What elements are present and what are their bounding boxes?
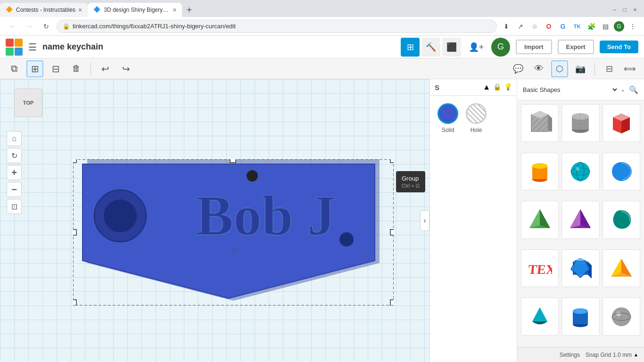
reload-button[interactable]: ↻ <box>40 20 53 33</box>
snap-grid-label: Snap Grid <box>586 352 611 358</box>
minimize-button[interactable]: − <box>611 7 618 13</box>
import-button[interactable]: Import <box>516 40 552 54</box>
tab2-favicon: 🔷 <box>93 6 101 14</box>
eye-button[interactable]: 👁 <box>530 60 547 77</box>
download-icon[interactable]: ⬇ <box>501 21 512 32</box>
tab1-close[interactable]: × <box>78 6 82 14</box>
maximize-button[interactable]: □ <box>621 7 628 13</box>
settings-label[interactable]: Settings <box>560 352 580 358</box>
tab-instructables[interactable]: 🔶 Contests - Instructables × <box>0 3 88 17</box>
shape-box-red[interactable] <box>603 104 640 142</box>
browser-actions: ⬇ ↗ ☆ O G TK 🧩 ▤ G ⋮ <box>501 21 638 32</box>
shape-cylinder-gray[interactable] <box>561 104 599 142</box>
duplicate-button[interactable]: ⧉ <box>6 60 23 77</box>
mirror-button[interactable]: ⟺ <box>621 60 638 77</box>
shape-text-red[interactable]: TEXT <box>521 249 559 287</box>
profile-icon[interactable]: G <box>614 21 624 32</box>
toolbar-right: 💬 👁 ⬡ 📷 ⊟ ⟺ <box>510 60 638 77</box>
rotate-camera-button[interactable]: ↻ <box>7 148 22 163</box>
svg-rect-10 <box>73 159 76 163</box>
camera-button[interactable]: ⬡ <box>551 60 568 77</box>
shape-sphere-teal[interactable] <box>561 153 599 190</box>
align-button[interactable]: ⊟ <box>601 60 618 77</box>
simulation-button[interactable]: ⬛ <box>442 38 461 57</box>
shapes-category-select[interactable]: Basic Shapes <box>521 86 619 94</box>
light-props-button[interactable]: 💡 <box>504 83 512 91</box>
google-icon[interactable]: G <box>557 21 569 32</box>
snapshot-button[interactable]: 📷 <box>572 60 589 77</box>
shapes-search-icon[interactable]: 🔍 <box>627 83 640 96</box>
keychain-shape[interactable]: Bob J Bob J <box>73 159 394 305</box>
solid-option[interactable]: Solid <box>438 103 458 133</box>
tooltip-title: Group <box>402 175 420 182</box>
redo-button[interactable]: ↪ <box>117 60 134 77</box>
svg-rect-15 <box>73 230 76 235</box>
canvas-area[interactable]: TOP ⌂ ↻ + − ⊡ Bob J Bob J <box>0 79 517 362</box>
shapes-search-bar: Basic Shapes ⌄ 🔍 <box>517 79 644 100</box>
comment-button[interactable]: 💬 <box>510 60 527 77</box>
shape-teal-organic[interactable] <box>603 201 640 239</box>
profile-avatar[interactable]: G <box>491 38 510 57</box>
hole-option[interactable]: Hole <box>466 103 487 133</box>
undo-button[interactable]: ↩ <box>97 60 114 77</box>
build-button[interactable]: 🔨 <box>421 38 440 57</box>
tinkercad-logo[interactable] <box>6 39 23 56</box>
shape-cylinder-orange[interactable] <box>521 153 559 190</box>
new-tab-button[interactable]: + <box>182 3 196 17</box>
delete-button[interactable]: 🗑 <box>68 60 85 77</box>
collapse-props-button[interactable]: ▲ <box>483 83 490 91</box>
puzzle-icon[interactable]: 🧩 <box>586 21 597 32</box>
snap-grid-control[interactable]: Snap Grid 1.0 mm ▲ <box>586 352 638 358</box>
bookmark-icon[interactable]: ☆ <box>529 21 540 32</box>
shape-pyramid-green[interactable] <box>521 201 559 239</box>
opera-icon[interactable]: O <box>543 21 554 32</box>
svg-marker-50 <box>540 209 550 228</box>
share-icon[interactable]: ↗ <box>515 21 526 32</box>
properties-panel: S ▲ 🔒 💡 Solid Hole <box>429 79 517 362</box>
add-user-button[interactable]: 👤+ <box>467 38 486 57</box>
shapes-dropdown-icon[interactable]: ⌄ <box>620 86 625 93</box>
svg-point-69 <box>616 312 621 316</box>
forward-button[interactable]: → <box>23 20 36 33</box>
grid-view-button[interactable]: ⊞ <box>401 38 420 57</box>
svg-rect-16 <box>390 230 394 235</box>
tab2-close[interactable]: × <box>173 6 176 14</box>
zoom-out-button[interactable]: − <box>7 182 22 197</box>
shape-sphere-gray2[interactable] <box>603 297 640 335</box>
rotate-handle[interactable]: ↙ <box>231 244 238 255</box>
close-button[interactable]: × <box>632 7 638 13</box>
shape-teal-3[interactable] <box>521 297 559 335</box>
zoom-in-button[interactable]: + <box>7 165 22 180</box>
fit-button[interactable]: ⊡ <box>7 199 22 214</box>
shape-prism-blue[interactable] <box>561 249 599 287</box>
sendto-button[interactable]: Send To <box>600 41 638 53</box>
hole-swatch[interactable] <box>466 103 487 124</box>
group-button[interactable]: ⊞ <box>26 60 43 77</box>
solid-color-swatch[interactable] <box>438 103 458 124</box>
tab-tinkercad[interactable]: 🔷 3D design Shiny Bigery-Curcan | × <box>88 3 182 17</box>
view-cube-label[interactable]: TOP <box>14 89 42 117</box>
shape-box-striped[interactable] <box>521 104 559 142</box>
home-camera-button[interactable]: ⌂ <box>7 131 22 146</box>
project-title[interactable]: name keychain <box>42 42 395 52</box>
app-bar: ☰ name keychain ⊞ 🔨 ⬛ 👤+ G Import Export… <box>0 36 644 58</box>
hamburger-menu[interactable]: ☰ <box>28 41 37 53</box>
back-button[interactable]: ← <box>6 20 19 33</box>
svg-point-48 <box>576 167 579 171</box>
panel-collapse-button[interactable]: › <box>420 210 429 231</box>
view-cube[interactable]: TOP <box>9 89 47 126</box>
menu-icon[interactable]: ⋮ <box>627 21 638 32</box>
shape-pyramid-yellow[interactable] <box>603 249 640 287</box>
snap-grid-arrow[interactable]: ▲ <box>634 352 638 357</box>
svg-text:TEXT: TEXT <box>528 262 552 277</box>
shape-pyramid-purple[interactable] <box>561 201 599 239</box>
export-button[interactable]: Export <box>558 40 594 54</box>
url-bar[interactable]: 🔒 tinkercad.com/things/6xxab2ATRJ1-shiny… <box>57 20 497 33</box>
svg-rect-14 <box>230 159 236 163</box>
sidebar-icon[interactable]: ▤ <box>600 21 611 32</box>
ungroup-button[interactable]: ⊟ <box>47 60 64 77</box>
tinkercad-icon[interactable]: TK <box>571 21 583 32</box>
lock-props-button[interactable]: 🔒 <box>493 83 501 91</box>
shape-blue-organic[interactable] <box>603 153 640 190</box>
shape-cylinder-blue2[interactable] <box>561 297 599 335</box>
